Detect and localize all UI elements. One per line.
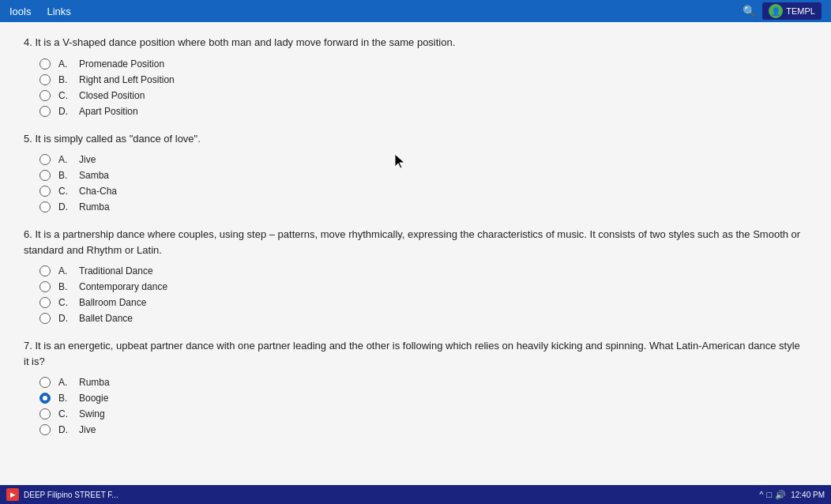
app-icon: ▶	[6, 488, 19, 501]
list-item: D. Ballet Dance	[39, 313, 807, 324]
question-5: 5. It is simply called as "dance of love…	[24, 131, 807, 213]
radio-q6-b[interactable]	[39, 281, 51, 292]
question-5-options: A. Jive B. Samba C. Cha-Cha D. Rumba	[39, 154, 807, 213]
question-7: 7. It is an energetic, upbeat partner da…	[24, 338, 807, 435]
list-item: D. Rumba	[39, 201, 807, 213]
list-item: A. Traditional Dance	[39, 265, 807, 276]
window-icon[interactable]: □	[767, 490, 773, 499]
radio-q5-a[interactable]	[39, 154, 51, 165]
list-item: B. Right and Left Position	[39, 74, 807, 85]
question-7-text: 7. It is an energetic, upbeat partner da…	[24, 338, 807, 369]
question-6: 6. It is a partnership dance where coupl…	[24, 227, 807, 324]
radio-q7-a[interactable]	[39, 377, 51, 388]
list-item: C. Cha-Cha	[39, 186, 807, 197]
option-letter: A.	[58, 58, 71, 70]
option-letter: C.	[58, 186, 71, 197]
option-letter: D.	[58, 424, 71, 435]
option-text: Rumba	[79, 201, 110, 213]
option-letter: B.	[58, 170, 71, 181]
radio-q4-b[interactable]	[39, 74, 51, 85]
radio-q5-c[interactable]	[39, 186, 51, 197]
option-text: Samba	[79, 170, 109, 181]
option-letter: D.	[58, 313, 71, 324]
top-bar-left: Iools Links	[9, 6, 71, 17]
taskbar-left: ▶ DEEP Filipino STREET F...	[6, 488, 118, 501]
radio-q4-d[interactable]	[39, 106, 51, 117]
main-content: 4. It is a V-shaped dance position where…	[0, 22, 831, 485]
list-item: B. Contemporary dance	[39, 281, 807, 292]
chevron-up-icon[interactable]: ^	[759, 490, 763, 499]
list-item: C. Swing	[39, 408, 807, 419]
option-letter: A.	[58, 154, 71, 165]
option-text: Cha-Cha	[79, 186, 117, 197]
top-bar-right: 🔍 👤 TEMPL	[743, 2, 822, 20]
option-letter: C.	[58, 408, 71, 419]
option-letter: B.	[58, 74, 71, 85]
question-4: 4. It is a V-shaped dance position where…	[24, 35, 807, 117]
list-item: B. Boogie	[39, 393, 807, 404]
list-item: A. Jive	[39, 154, 807, 165]
option-text: Promenade Position	[79, 58, 164, 70]
taskbar: ▶ DEEP Filipino STREET F... ^ □ 🔊 12:40 …	[0, 485, 831, 504]
time-display: 12:40 PM	[791, 491, 825, 499]
option-text: Boogie	[79, 393, 108, 404]
list-item: A. Rumba	[39, 377, 807, 388]
radio-q4-c[interactable]	[39, 90, 51, 101]
list-item: B. Samba	[39, 170, 807, 181]
question-4-text: 4. It is a V-shaped dance position where…	[24, 35, 807, 51]
user-label: TEMPL	[786, 6, 815, 16]
option-letter: C.	[58, 297, 71, 308]
option-text: Ballet Dance	[79, 313, 133, 324]
speaker-icon[interactable]: 🔊	[775, 490, 786, 500]
option-text: Traditional Dance	[79, 265, 153, 276]
radio-q5-d[interactable]	[39, 201, 51, 213]
option-letter: D.	[58, 201, 71, 213]
radio-q4-a[interactable]	[39, 58, 51, 70]
option-text: Contemporary dance	[79, 281, 167, 292]
option-text: Right and Left Position	[79, 74, 175, 85]
taskbar-app[interactable]: ▶ DEEP Filipino STREET F...	[6, 488, 118, 501]
list-item: C. Ballroom Dance	[39, 297, 807, 308]
question-6-options: A. Traditional Dance B. Contemporary dan…	[39, 265, 807, 324]
user-badge: 👤 TEMPL	[762, 2, 822, 20]
list-item: A. Promenade Position	[39, 58, 807, 70]
option-text: Closed Position	[79, 90, 145, 101]
option-text: Jive	[79, 424, 96, 435]
taskbar-app-name: DEEP Filipino STREET F...	[24, 491, 118, 499]
avatar: 👤	[769, 4, 783, 18]
option-letter: B.	[58, 281, 71, 292]
question-4-options: A. Promenade Position B. Right and Left …	[39, 58, 807, 117]
option-text: Rumba	[79, 377, 110, 388]
radio-q7-d[interactable]	[39, 424, 51, 435]
option-text: Swing	[79, 408, 105, 419]
question-5-text: 5. It is simply called as "dance of love…	[24, 131, 807, 147]
taskbar-right: ^ □ 🔊 12:40 PM	[759, 490, 825, 500]
option-text: Jive	[79, 154, 96, 165]
menu-tools[interactable]: Iools	[9, 6, 31, 17]
option-letter: A.	[58, 377, 71, 388]
option-text: Apart Position	[79, 106, 138, 117]
option-text: Ballroom Dance	[79, 297, 146, 308]
option-letter: A.	[58, 265, 71, 276]
list-item: D. Apart Position	[39, 106, 807, 117]
question-7-options: A. Rumba B. Boogie C. Swing D. Jive	[39, 377, 807, 435]
radio-q5-b[interactable]	[39, 170, 51, 181]
menu-links[interactable]: Links	[47, 6, 70, 17]
radio-q6-c[interactable]	[39, 297, 51, 308]
radio-q7-b[interactable]	[39, 393, 51, 404]
radio-q6-d[interactable]	[39, 313, 51, 324]
radio-q6-a[interactable]	[39, 265, 51, 276]
taskbar-system-icons: ^ □ 🔊	[759, 490, 786, 500]
option-letter: D.	[58, 106, 71, 117]
radio-q7-c[interactable]	[39, 408, 51, 419]
list-item: C. Closed Position	[39, 90, 807, 101]
list-item: D. Jive	[39, 424, 807, 435]
option-letter: B.	[58, 393, 71, 404]
search-icon[interactable]: 🔍	[743, 5, 756, 17]
option-letter: C.	[58, 90, 71, 101]
question-6-text: 6. It is a partnership dance where coupl…	[24, 227, 807, 258]
top-bar: Iools Links 🔍 👤 TEMPL	[0, 0, 831, 22]
